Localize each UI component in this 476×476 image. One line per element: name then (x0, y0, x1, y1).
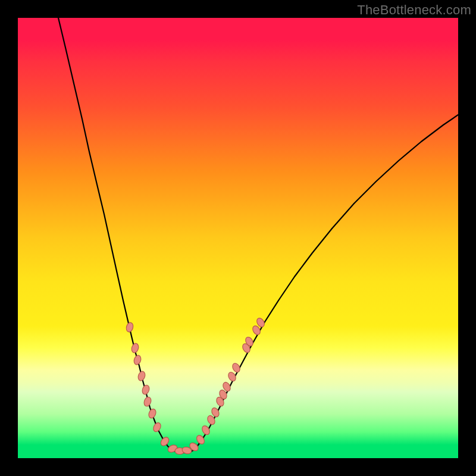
data-marker (227, 371, 237, 382)
data-marker (152, 421, 162, 433)
watermark-text: TheBottleneck.com (357, 2, 471, 18)
marker-group (126, 317, 266, 455)
data-marker (137, 371, 146, 382)
series-group (58, 18, 458, 453)
chart-svg (18, 18, 458, 458)
data-marker (141, 384, 151, 396)
data-marker (231, 362, 241, 373)
data-marker (130, 343, 139, 354)
chart-frame: TheBottleneck.com (0, 0, 476, 476)
data-marker (148, 408, 157, 419)
data-marker (126, 322, 134, 333)
plot-area (18, 18, 458, 458)
data-marker (133, 355, 142, 366)
data-marker (159, 436, 171, 447)
data-marker (143, 396, 152, 408)
series-path (58, 18, 172, 450)
series-path (190, 115, 458, 452)
